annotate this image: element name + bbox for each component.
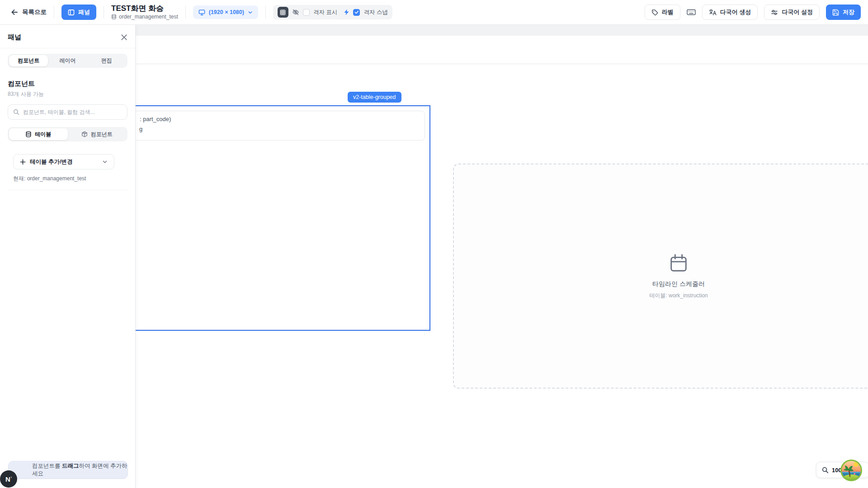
label-button-text: 라벨: [662, 8, 674, 16]
toolbar-divider: [104, 6, 104, 19]
tab-components[interactable]: 컴포넌트: [9, 55, 48, 66]
search-icon: [13, 109, 19, 115]
screen-builder-app: : part_code) g v2-table-grouped 타임라인 스케줄…: [0, 0, 868, 488]
chevron-down-icon: [102, 159, 108, 164]
component-header-text: : part_code): [140, 116, 171, 122]
top-toolbar: 목록으로 패널 TEST화면 화승: [0, 0, 868, 25]
back-to-list-button[interactable]: 목록으로: [11, 8, 47, 16]
save-button-text: 저장: [843, 8, 854, 16]
i18n-settings-text: 다국어 설정: [782, 8, 813, 16]
components-available-count: 83개 사용 가능: [8, 90, 127, 98]
database-icon: [111, 14, 117, 19]
collaborator-cursor-avatar: N': [0, 470, 17, 488]
screen-size-dropdown[interactable]: (868 × 488): [193, 5, 258, 19]
monitor-icon: [198, 9, 205, 16]
add-table-button-text: 테이블 추가/변경: [30, 158, 98, 166]
tab-layers[interactable]: 레이어: [48, 55, 87, 66]
grid-view-button[interactable]: [278, 7, 288, 18]
chevron-down-icon: [248, 10, 253, 15]
selection-type-badge: v2-table-grouped: [348, 92, 401, 103]
save-icon: [832, 9, 839, 16]
source-tab-tables[interactable]: 테이블: [9, 128, 68, 140]
component-search: [8, 104, 127, 120]
grid-show-checkbox[interactable]: [303, 9, 310, 16]
panel-toggle-label: 패널: [78, 8, 90, 16]
grid-show-label: 격자 표시: [313, 9, 337, 16]
components-panel: 패널 컴포넌트 레이어 편집 컴포넌트 83개 사용 가능: [0, 25, 136, 488]
page-title: TEST화면 화승: [111, 5, 178, 12]
component-subheader-text: g: [139, 126, 142, 132]
i18n-generate-button[interactable]: 다국어 생성: [702, 5, 758, 20]
bound-table-name: order_management_test: [119, 14, 178, 20]
grid-options-group: 격자 표시 격자 스냅: [273, 5, 392, 19]
keyboard-icon: [687, 9, 696, 16]
placeholder-title: 타임라인 스케줄러: [652, 280, 705, 288]
grid-snap-label: 격자 스냅: [363, 9, 387, 16]
current-table-label: 현재: order_management_test: [13, 175, 127, 183]
grid-icon: [280, 9, 286, 15]
lightning-icon: [344, 9, 349, 15]
save-button[interactable]: 저장: [826, 5, 861, 20]
island-icon: [840, 459, 863, 482]
placeholder-table-ref: 테이블: work_instruction: [649, 292, 708, 300]
label-button[interactable]: 라벨: [645, 5, 680, 20]
tab-edit[interactable]: 편집: [87, 55, 126, 66]
search-input[interactable]: [23, 109, 122, 115]
i18n-generate-text: 다국어 생성: [720, 8, 751, 16]
back-label: 목록으로: [22, 8, 47, 16]
magnifier-icon: [822, 467, 829, 474]
source-tab-components-label: 컴포넌트: [91, 131, 113, 138]
package-icon: [81, 131, 88, 137]
source-tab-components[interactable]: 컴포넌트: [68, 128, 127, 140]
eye-off-icon: [292, 9, 299, 16]
i18n-settings-button[interactable]: 다국어 설정: [764, 5, 820, 20]
database-icon: [25, 131, 32, 137]
arrow-left-icon: [11, 9, 18, 16]
source-tab-tables-label: 테이블: [35, 131, 51, 138]
hint-text-pre: 컴포넌트를: [32, 463, 62, 469]
panel-divider: [8, 190, 127, 190]
timeline-scheduler-placeholder[interactable]: 타임라인 스케줄러 테이블: work_instruction: [453, 164, 868, 389]
plus-icon: [20, 159, 26, 165]
collaborator-initial: N: [5, 475, 10, 483]
tag-icon: [651, 9, 658, 16]
grid-snap-checkbox[interactable]: [353, 9, 360, 16]
panel-tab-bar: 컴포넌트 레이어 편집: [8, 54, 127, 68]
calendar-icon: [668, 253, 689, 274]
sliders-icon: [771, 9, 778, 16]
drag-hint-bar: 컴포넌트를 드래그하여 화면에 추가하세요: [8, 461, 128, 479]
add-table-button[interactable]: 테이블 추가/변경: [13, 154, 114, 169]
close-icon[interactable]: [121, 34, 127, 41]
keyboard-shortcuts-button[interactable]: [687, 9, 696, 16]
components-section-title: 컴포넌트: [8, 80, 127, 88]
screen-size-value: (868 × 488): [209, 9, 244, 15]
panel-toggle-button[interactable]: 패널: [61, 5, 96, 20]
toolbar-divider: [54, 6, 54, 19]
translate-icon: [709, 9, 717, 16]
toolbar-divider: [185, 6, 186, 19]
hint-text-drag: 드래그: [62, 463, 79, 469]
source-toggle: 테이블 컴포넌트: [8, 127, 127, 141]
toolbar-divider: [265, 6, 266, 19]
panel-title: 패널: [8, 33, 21, 42]
panel-left-icon: [68, 9, 75, 16]
